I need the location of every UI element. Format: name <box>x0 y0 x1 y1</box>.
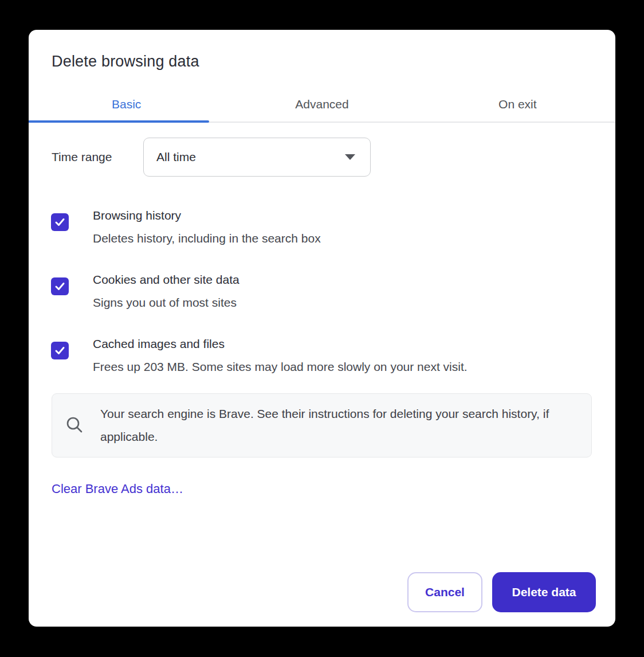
dialog-title: Delete browsing data <box>52 52 199 71</box>
cancel-button[interactable]: Cancel <box>407 572 482 612</box>
cookies-title: Cookies and other site data <box>93 268 239 291</box>
checkmark-icon <box>54 345 66 357</box>
delete-data-button[interactable]: Delete data <box>492 572 596 612</box>
time-range-select[interactable]: All time <box>143 138 371 177</box>
tab-bar: Basic Advanced On exit <box>29 87 615 123</box>
cached-images-description: Frees up 203 MB. Some sites may load mor… <box>93 355 468 378</box>
browsing-history-title: Browsing history <box>93 204 321 227</box>
time-range-label: Time range <box>52 150 143 164</box>
checkmark-icon <box>54 280 66 292</box>
cached-images-checkbox[interactable] <box>51 342 69 359</box>
browsing-history-description: Deletes history, including in the search… <box>93 227 321 250</box>
cookies-description: Signs you out of most sites <box>93 291 239 314</box>
search-icon <box>64 414 85 436</box>
tab-on-exit-label: On exit <box>498 97 537 111</box>
tab-on-exit[interactable]: On exit <box>420 87 615 122</box>
time-range-row: Time range All time <box>52 138 371 177</box>
browsing-history-checkbox[interactable] <box>51 213 69 231</box>
tab-basic[interactable]: Basic <box>29 87 224 122</box>
tab-basic-label: Basic <box>112 97 141 111</box>
tab-advanced-label: Advanced <box>295 97 348 111</box>
cached-images-title: Cached images and files <box>93 333 468 355</box>
search-engine-notice: Your search engine is Brave. See their i… <box>52 393 592 457</box>
chevron-down-icon <box>345 154 355 160</box>
delete-browsing-data-dialog: Delete browsing data Basic Advanced On e… <box>29 30 615 627</box>
dialog-footer: Cancel Delete data <box>407 572 596 612</box>
clear-brave-ads-data-link[interactable]: Clear Brave Ads data… <box>52 482 183 496</box>
cookies-checkbox[interactable] <box>51 277 69 295</box>
search-engine-notice-text: Your search engine is Brave. See their i… <box>100 402 576 448</box>
checkmark-icon <box>54 216 66 228</box>
time-range-selected-value: All time <box>156 150 196 164</box>
tab-advanced[interactable]: Advanced <box>224 87 419 122</box>
active-tab-indicator <box>29 120 209 123</box>
